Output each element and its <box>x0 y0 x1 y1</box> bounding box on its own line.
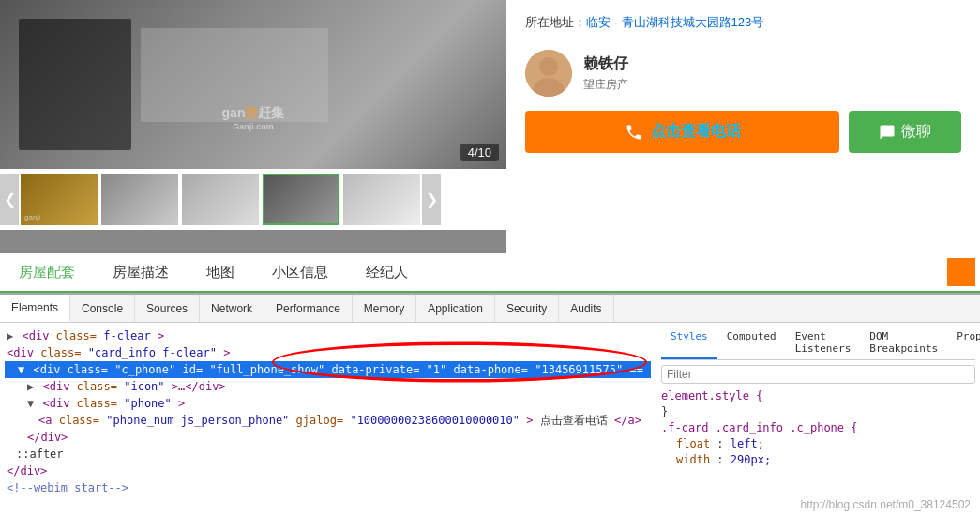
attr-val-2: "card_info f-clear" <box>88 346 217 359</box>
css-indent-2: width : 290px; <box>661 453 771 466</box>
devtools-tab-security[interactable]: Security <box>495 295 559 322</box>
filter-box[interactable] <box>661 365 975 384</box>
svg-point-1 <box>539 57 558 76</box>
agent-section: 赖铁仔 望庄房产 <box>525 50 961 97</box>
address-link[interactable]: 临安 - 青山湖科技城大园路123号 <box>586 15 763 29</box>
eq-marker: == $0 <box>629 363 656 376</box>
tag-close-1: > <box>158 329 164 342</box>
css-prop-float: float <box>676 437 710 450</box>
dom-line-9: </div> <box>5 463 651 479</box>
dom-line-5: ▼ <div class= "phone" > <box>5 395 651 412</box>
tab-description[interactable]: 房屋描述 <box>94 254 188 293</box>
devtools-tab-sources[interactable]: Sources <box>135 295 200 322</box>
watermark-text: gan抢赶集 <box>222 105 285 120</box>
attr-phone-3: data-phone= <box>454 363 528 376</box>
attr-classval-3: "c_phone" <box>114 363 175 376</box>
chat-button-label: 微聊 <box>901 122 931 142</box>
attr-phoneval-3: "13456911575" <box>535 363 623 376</box>
styles-tabs: Styles Computed Event Listeners DOM Brea… <box>661 327 975 360</box>
nav-tabs: 房屋配套 房屋描述 地图 小区信息 经纪人 <box>0 253 980 293</box>
tag-3: <div <box>33 363 60 376</box>
thumb-3[interactable] <box>182 174 259 225</box>
footer-url: http://blog.csdn.net/m0_38124502 <box>801 498 971 511</box>
devtools-tab-elements[interactable]: Elements <box>0 295 70 322</box>
triangle-icon-5[interactable]: ▼ <box>27 397 34 410</box>
tag-9: </div> <box>7 464 47 478</box>
devtools-tab-audits[interactable]: Audits <box>559 295 613 322</box>
phone-button[interactable]: 点击查看电话 <box>525 111 839 153</box>
tab-map[interactable]: 地图 <box>188 254 253 293</box>
css-colon-2: : <box>716 453 730 466</box>
styles-tab-events[interactable]: Event Listeners <box>786 327 861 359</box>
attrval-4: "icon" <box>124 380 164 393</box>
tagclose-6a: > <box>526 414 533 427</box>
attrval-5: "phone" <box>124 397 172 410</box>
css-selector-2: .f-card .card_info .c_phone { <box>661 421 858 434</box>
pseudo-after: ::after <box>16 448 64 461</box>
devtools-tab-application[interactable]: Application <box>416 295 495 322</box>
dom-line-7: </div> <box>5 429 651 446</box>
attr-4: class= <box>77 380 117 393</box>
dom-line-3: ▼ <div class= "c_phone" id= "full_phone_… <box>5 361 651 378</box>
property-info: 所在地址：临安 - 青山湖科技城大园路123号 赖铁仔 望庄房产 点 <box>506 0 980 253</box>
thumb-4[interactable] <box>263 174 339 225</box>
triangle-icon-3[interactable]: ▼ <box>18 363 24 376</box>
tab-agent[interactable]: 经纪人 <box>347 254 427 293</box>
styles-tab-dom-breakpoints[interactable]: DOM Breakpoints <box>860 327 947 359</box>
devtools-tab-memory[interactable]: Memory <box>353 295 416 322</box>
css-rule-1: element.style { <box>661 388 975 404</box>
devtools-tab-performance[interactable]: Performance <box>264 295 353 322</box>
styles-panel: Styles Computed Event Listeners DOM Brea… <box>656 323 980 516</box>
attrval-6b: "10000000238600010000010" <box>350 414 520 427</box>
attr-idval-3: "full_phone_show" <box>209 363 324 376</box>
image-gallery: gan抢赶集 Ganji.com 4/10 ❮ ganji ❯ <box>0 0 506 253</box>
tag-6: <a <box>38 414 52 427</box>
dom-line-8: ::after <box>5 446 651 463</box>
devtools-tab-network[interactable]: Network <box>200 295 264 322</box>
styles-tab-computed[interactable]: Computed <box>717 327 786 359</box>
css-selector-1: element.style { <box>661 389 762 402</box>
styles-tab-styles[interactable]: Styles <box>661 327 717 359</box>
devtools-panel: Elements Console Sources Network Perform… <box>0 293 980 516</box>
triangle-icon-4[interactable]: ▶ <box>27 380 34 393</box>
devtools-tabs: Elements Console Sources Network Perform… <box>0 295 980 323</box>
watermark: gan抢赶集 Ganji.com <box>222 102 285 131</box>
chat-button[interactable]: 微聊 <box>849 111 961 153</box>
tag-4: <div <box>42 380 69 393</box>
nav-orange-box <box>947 258 975 286</box>
thumbnail-strip: ❮ ganji ❯ <box>0 169 506 230</box>
filter-input[interactable] <box>667 368 970 381</box>
css-prop-width: width <box>676 453 710 466</box>
devtools-tab-console[interactable]: Console <box>70 295 135 322</box>
attr-val-1: f-clear <box>103 329 151 342</box>
thumb-prev-button[interactable]: ❮ <box>0 174 19 225</box>
css-rule-2: .f-card .card_info .c_phone { float : le… <box>661 420 975 468</box>
css-rule-close-1: } <box>661 404 975 420</box>
thumb-1[interactable]: ganji <box>21 174 98 225</box>
triangle-icon-1[interactable]: ▶ <box>7 329 13 342</box>
tag-5: <div <box>42 397 69 410</box>
action-buttons: 点击查看电话 微聊 <box>525 111 961 153</box>
thumb-5[interactable] <box>343 174 420 225</box>
avatar <box>525 50 572 97</box>
thumb-2[interactable] <box>101 174 178 225</box>
attr-5: class= <box>77 397 117 410</box>
phone-button-label: 点击查看电话 <box>651 122 741 142</box>
indent-3 <box>7 363 18 376</box>
thumb-next-button[interactable]: ❯ <box>422 174 441 225</box>
dom-text-6: 点击查看电话 <box>540 414 608 427</box>
attr-class-2: class= <box>40 346 81 359</box>
styles-tab-props[interactable]: Prop <box>947 327 980 359</box>
agent-name: 赖铁仔 <box>583 54 628 74</box>
image-counter: 4/10 <box>460 144 499 161</box>
tagclose-4: >…</div> <box>172 380 226 393</box>
tab-community[interactable]: 小区信息 <box>253 254 347 293</box>
address: 所在地址：临安 - 青山湖科技城大园路123号 <box>525 14 961 31</box>
dom-panel: ▶ <div class= f-clear > <div class= "car… <box>0 323 656 516</box>
tag-1: <div <box>22 329 49 342</box>
attr-class-3: class= <box>68 363 108 376</box>
dom-line-2: <div class= "card_info f-clear" > <box>5 344 651 361</box>
dom-line-1: ▶ <div class= f-clear > <box>5 327 651 344</box>
tab-facilities[interactable]: 房屋配套 <box>0 254 94 293</box>
comment-10: <!--webim start--> <box>7 481 128 494</box>
